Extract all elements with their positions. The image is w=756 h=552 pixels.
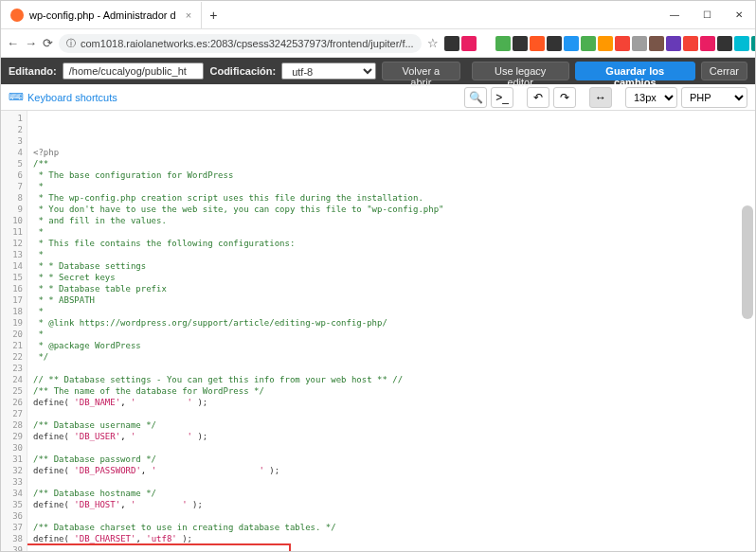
extensions-row [444,36,756,51]
cpanel-favicon [10,9,24,22]
fontsize-select[interactable]: 13px [625,87,677,108]
extension-icon[interactable] [513,36,528,51]
extension-icon[interactable] [478,36,494,51]
close-window-button[interactable]: ✕ [723,2,755,28]
reload-button[interactable]: ⟳ [43,33,53,54]
encoding-select[interactable]: utf-8 [281,62,376,80]
bookmark-icon[interactable]: ☆ [427,33,439,54]
extension-icon[interactable] [734,36,749,51]
browser-tab[interactable]: wp-config.php - Administrador d × [1,2,202,28]
save-button[interactable]: Guardar los cambios [575,62,695,80]
extension-icon[interactable] [598,36,613,51]
back-button[interactable]: ← [7,33,19,54]
editing-label: Editando: [9,65,57,77]
file-path-input[interactable]: /home/cucalyog/public_ht [63,62,205,80]
url-text: com1018.raiolanetworks.es:2083/cpsess324… [81,38,414,49]
extension-icon[interactable] [700,36,715,51]
legacy-editor-button[interactable]: Use legacy editor [472,62,569,80]
code-editor[interactable]: 1234567891011121314151617181920212223242… [1,111,755,551]
redo-button[interactable]: ↷ [553,87,576,108]
extension-icon[interactable] [530,36,545,51]
wrap-button[interactable]: ↔ [589,87,612,108]
maximize-button[interactable]: ☐ [691,2,723,28]
search-button[interactable]: 🔍 [464,87,487,108]
reopen-button[interactable]: Volver a abrir [382,62,460,80]
browser-titlebar: wp-config.php - Administrador d × + — ☐ … [1,1,755,29]
keyboard-shortcuts-link[interactable]: ⌨ Keyboard shortcuts [9,91,117,103]
line-gutter: 1234567891011121314151617181920212223242… [1,111,27,551]
language-select[interactable]: PHP [681,87,747,108]
extension-icon[interactable] [615,36,630,51]
keyboard-icon: ⌨ [9,91,24,103]
extension-icon[interactable] [751,36,756,51]
extension-icon[interactable] [581,36,596,51]
extension-icon[interactable] [461,36,477,51]
encoding-label: Codificación: [209,65,276,77]
extension-icon[interactable] [547,36,562,51]
code-content[interactable]: <?php/** * The base configuration for Wo… [27,111,755,551]
forward-button[interactable]: → [25,33,37,54]
extension-icon[interactable] [444,36,459,51]
undo-button[interactable]: ↶ [527,87,549,108]
vertical-scrollbar[interactable] [742,205,753,319]
lock-icon: ⓘ [66,37,77,50]
extension-icon[interactable] [564,36,579,51]
extension-icon[interactable] [649,36,664,51]
terminal-button[interactable]: >_ [491,87,513,108]
new-tab-button[interactable]: + [202,8,225,23]
close-tab-icon[interactable]: × [186,9,191,21]
extension-icon[interactable] [632,36,647,51]
tab-title: wp-config.php - Administrador d [29,9,176,21]
browser-urlbar: ← → ⟳ ⓘ com1018.raiolanetworks.es:2083/c… [1,29,755,58]
minimize-button[interactable]: — [658,2,691,28]
editor-topbar: Editando: /home/cucalyog/public_ht Codif… [1,58,755,84]
close-button[interactable]: Cerrar [701,62,747,80]
editor-toolbar: ⌨ Keyboard shortcuts 🔍 >_ ↶ ↷ ↔ 13px PHP [1,84,755,111]
extension-icon[interactable] [683,36,698,51]
address-bar[interactable]: ⓘ com1018.raiolanetworks.es:2083/cpsess3… [59,34,422,53]
extension-icon[interactable] [666,36,681,51]
extension-icon[interactable] [717,36,732,51]
extension-icon[interactable] [495,36,511,51]
